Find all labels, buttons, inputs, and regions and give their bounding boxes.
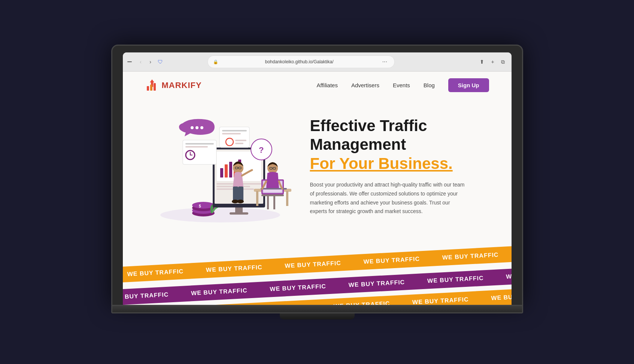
hero-description: Boost your productivity and attract high… <box>310 181 467 216</box>
ticker-item: WE BUY TRAFFIC <box>123 267 195 278</box>
address-bar[interactable]: 🔒 bohdankoleiko.github.io/Galaktika/ ··· <box>207 55 395 68</box>
svg-rect-24 <box>185 143 214 145</box>
svg-point-4 <box>160 207 280 222</box>
hero-title: Effective Traffic Management For Your Bu… <box>310 116 489 173</box>
logo-text: MARKIFY <box>162 81 202 90</box>
ticker-item: WE BUY TRAFFIC <box>401 295 480 305</box>
svg-rect-17 <box>229 162 232 178</box>
nav-blog[interactable]: Blog <box>424 82 435 88</box>
screen-bezel: ‹ › 🛡 🔒 bohdankoleiko.github.io/Galaktik… <box>111 45 523 306</box>
new-tab-button[interactable]: + <box>489 58 496 66</box>
hero-title-line1: Effective Traffic <box>310 117 427 134</box>
svg-rect-15 <box>220 168 223 178</box>
nav-events[interactable]: Events <box>393 82 410 88</box>
svg-rect-3 <box>154 83 156 91</box>
forward-button[interactable]: › <box>147 58 154 66</box>
svg-rect-29 <box>222 133 241 134</box>
laptop-base <box>111 306 523 313</box>
ticker-item: WE BUY TRAFFIC <box>352 255 431 266</box>
svg-text:?: ? <box>259 145 264 155</box>
url-text: bohdankoleiko.github.io/Galaktika/ <box>221 59 378 64</box>
ticker-section: WE BUY TRAFFIC WE BUY TRAFFIC WE BUY TRA… <box>123 241 512 305</box>
ticker-item: WE BUY TRAFFIC <box>416 274 495 285</box>
svg-rect-43 <box>238 186 243 201</box>
svg-rect-51 <box>286 191 288 206</box>
logo-letter-m: M <box>162 81 169 90</box>
svg-rect-48 <box>273 196 275 209</box>
svg-point-45 <box>237 200 244 203</box>
svg-rect-31 <box>235 140 246 141</box>
svg-rect-25 <box>185 146 208 148</box>
svg-rect-12 <box>235 207 243 213</box>
svg-rect-13 <box>230 212 248 215</box>
ticker-item: WE BUY TRAFFIC <box>337 278 416 289</box>
nav-affiliates[interactable]: Affiliates <box>316 82 337 88</box>
ticker-item: WE BUY TRAFFIC <box>509 247 511 258</box>
sidebar-toggle-button[interactable] <box>127 59 135 65</box>
share-button[interactable]: ⬆ <box>478 58 486 66</box>
laptop-stand <box>280 313 355 319</box>
shield-icon: 🛡 <box>157 58 164 66</box>
svg-rect-2 <box>150 85 152 91</box>
svg-point-34 <box>195 126 198 129</box>
nav-advertisers[interactable]: Advertisers <box>351 82 379 88</box>
svg-rect-50 <box>256 191 258 206</box>
logo-icon <box>145 79 159 92</box>
browser-controls: ‹ › 🛡 <box>127 58 164 66</box>
ticker-item: WE BUY TRAFFIC <box>123 291 180 301</box>
svg-rect-28 <box>222 130 247 131</box>
svg-rect-46 <box>261 194 284 196</box>
browser-titlebar: ‹ › 🛡 🔒 bohdankoleiko.github.io/Galaktik… <box>123 52 512 72</box>
svg-point-33 <box>191 126 194 129</box>
nav-links: Affiliates Advertisers Events Blog Sign … <box>316 78 489 92</box>
browser-chrome: ‹ › 🛡 🔒 bohdankoleiko.github.io/Galaktik… <box>123 52 512 305</box>
ticker-item: WE BUY TRAFFIC <box>243 304 322 305</box>
svg-rect-32 <box>235 143 243 144</box>
tabs-button[interactable]: ⧉ <box>499 58 507 66</box>
signup-button[interactable]: Sign Up <box>448 78 489 92</box>
svg-rect-47 <box>267 196 269 209</box>
svg-rect-16 <box>225 164 228 178</box>
ticker-item: WE BUY TRAFFIC <box>322 300 401 305</box>
logo[interactable]: MARKIFY <box>145 79 202 92</box>
hero-title-line3: For Your Business. <box>310 155 453 172</box>
site-nav: MARKIFY Affiliates Advertisers Events Bl… <box>123 72 512 99</box>
hero-text: Effective Traffic Management For Your Bu… <box>310 116 489 216</box>
hero-section: $ <box>123 99 512 237</box>
ticker-item: WE BUY TRAFFIC <box>179 286 258 297</box>
address-more-button[interactable]: ··· <box>380 57 389 66</box>
ticker-item: WE BUY TRAFFIC <box>431 251 510 262</box>
ticker-item: WE BUY TRAFFIC <box>494 270 511 281</box>
svg-text:$: $ <box>199 204 201 208</box>
lock-icon: 🔒 <box>213 60 218 64</box>
browser-actions: ⬆ + ⧉ <box>478 58 507 66</box>
illustration-svg: $ <box>145 106 295 226</box>
ticker-item: WE BUY TRAFFIC <box>258 282 337 293</box>
svg-point-35 <box>200 126 203 129</box>
website-content: MARKIFY Affiliates Advertisers Events Bl… <box>123 72 512 305</box>
ticker-item: WE BUY TRAFFIC <box>194 263 273 274</box>
ticker-item: WE BUY TRAFFIC <box>273 259 352 270</box>
svg-rect-1 <box>147 86 149 91</box>
ticker-item: WE BUY TRAFFIC <box>479 291 511 302</box>
hero-illustration: $ <box>145 106 295 226</box>
svg-rect-42 <box>233 186 238 201</box>
back-button[interactable]: ‹ <box>137 58 145 66</box>
hero-title-line2: Management <box>310 136 406 153</box>
laptop-frame: ‹ › 🛡 🔒 bohdankoleiko.github.io/Galaktik… <box>111 45 523 319</box>
